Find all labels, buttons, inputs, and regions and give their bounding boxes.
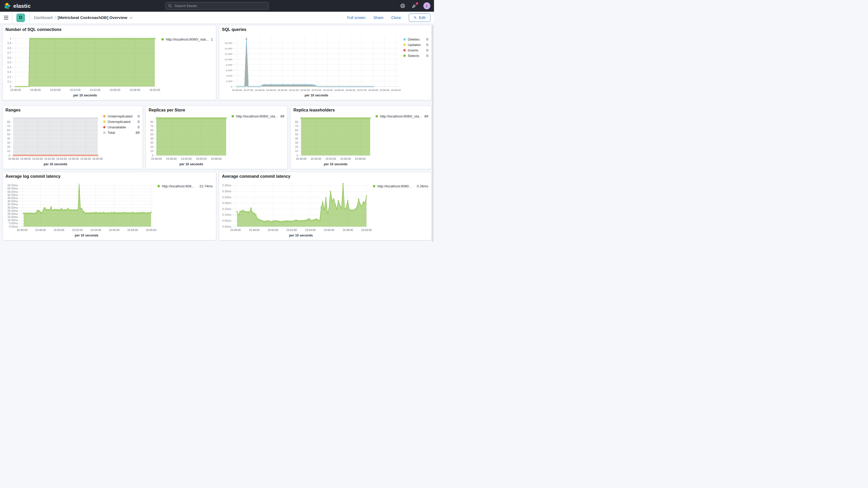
svg-text:0.1: 0.1: [7, 80, 11, 83]
series-color-dot: [103, 126, 105, 128]
series-label: Deletes: [408, 37, 420, 41]
edit-button-label: Edit: [419, 16, 426, 20]
legend-item[interactable]: http://localhost:8080/_sta...89: [375, 114, 429, 119]
series-value: 0: [426, 37, 429, 41]
svg-text:20: 20: [7, 145, 10, 148]
breadcrumb: Dashboard / [Metricbeat CockroachDB] Ove…: [34, 15, 133, 20]
svg-text:15:46:00: 15:46:00: [10, 88, 21, 91]
svg-text:15:54:00: 15:54:00: [90, 228, 101, 232]
svg-text:45.00ms: 45.00ms: [7, 196, 18, 200]
series-label: Inserts: [408, 48, 418, 52]
chart-number-of-sql-connections[interactable]: 15:46:0015:48:0015:50:0015:52:0015:54:00…: [5, 33, 214, 99]
chart-plot-area[interactable]: 15:46:0015:48:0015:50:0015:52:0015:54:00…: [5, 33, 159, 99]
svg-text:2,000: 2,000: [226, 80, 232, 83]
series-label: Selects: [408, 54, 419, 58]
search-input[interactable]: [174, 4, 266, 8]
svg-text:40: 40: [295, 137, 298, 140]
clone-button[interactable]: Clone: [391, 16, 401, 20]
chart-plot-area[interactable]: 15:46:0015:48:0015:50:0015:52:0015:54:00…: [221, 180, 371, 239]
series-value: 0: [426, 43, 429, 47]
chart-replicas-per-store[interactable]: 15:46:0015:49:0015:52:0015:55:0015:58:00…: [148, 114, 285, 168]
svg-text:10: 10: [7, 149, 10, 153]
notification-dot: [416, 2, 418, 5]
legend-item[interactable]: Total89: [103, 130, 141, 135]
legend-item[interactable]: Inserts0: [403, 48, 429, 53]
svg-text:15:52:00: 15:52:00: [286, 228, 297, 232]
series-value: 0: [426, 48, 429, 52]
svg-text:10: 10: [150, 149, 153, 153]
news-button[interactable]: [412, 3, 417, 8]
legend-item[interactable]: http://localhost:8080/_sta...89: [231, 114, 285, 119]
avatar-initial: r: [426, 4, 428, 8]
svg-text:15:48:00: 15:48:00: [255, 89, 265, 91]
svg-text:0.10ms: 0.10ms: [222, 213, 231, 216]
chart-replica-leaseholders[interactable]: 15:46:0015:49:0015:52:0015:55:0015:58:00…: [292, 114, 429, 168]
chart-legend: http://localhost:8080/_stat...1: [159, 33, 214, 99]
chart-legend: http://localhost:8080/_sta...89: [229, 114, 285, 168]
legend-item[interactable]: Underreplicated0: [103, 114, 141, 119]
page-title[interactable]: [Metricbeat CockroachDB] Overview: [58, 15, 127, 20]
svg-text:15:54:00: 15:54:00: [305, 228, 316, 232]
svg-text:0.00ms: 0.00ms: [222, 225, 231, 228]
page-scrollbar[interactable]: [432, 25, 433, 242]
svg-text:20.00ms: 20.00ms: [7, 212, 18, 215]
chart-plot-area[interactable]: 15:46:0015:47:0015:48:0015:49:0015:50:00…: [221, 33, 401, 99]
chart-plot-area[interactable]: 15:46:0015:48:0015:50:0015:52:0015:54:00…: [5, 180, 155, 239]
svg-text:15:48:00: 15:48:00: [20, 157, 31, 160]
panel-replicas-per-store: Replicas per Store 15:46:0015:49:0015:52…: [146, 105, 288, 169]
breadcrumb-separator: /: [55, 16, 56, 20]
svg-text:15:49:00: 15:49:00: [266, 89, 276, 91]
avatar[interactable]: r: [423, 2, 430, 9]
svg-text:14,000: 14,000: [224, 47, 232, 50]
legend-item[interactable]: http://localhost:808...22.74ms: [157, 183, 214, 189]
legend-item[interactable]: Updates0: [403, 42, 429, 48]
help-button[interactable]: [400, 3, 405, 8]
chart-plot-area[interactable]: 15:46:0015:48:0015:50:0015:52:0015:54:00…: [5, 114, 101, 168]
help-icon: [400, 3, 405, 8]
elastic-logo[interactable]: elastic: [4, 2, 31, 10]
svg-text:5.00ms: 5.00ms: [9, 222, 18, 225]
svg-text:15:46:00: 15:46:00: [232, 89, 242, 91]
series-label: Unavailable: [107, 125, 126, 129]
svg-text:0.8: 0.8: [7, 47, 11, 50]
svg-text:60: 60: [7, 129, 10, 132]
full-screen-button[interactable]: Full screen: [347, 16, 366, 20]
svg-text:15:46:00: 15:46:00: [17, 228, 27, 232]
svg-text:40: 40: [150, 137, 153, 140]
chart-average-command-commit-latency[interactable]: 15:46:0015:48:0015:50:0015:52:0015:54:00…: [221, 180, 429, 239]
svg-text:0: 0: [8, 154, 10, 157]
svg-text:12,000: 12,000: [224, 53, 232, 55]
chart-average-log-commit-latency[interactable]: 15:46:0015:48:0015:50:0015:52:0015:54:00…: [5, 180, 214, 239]
legend-item[interactable]: Deletes0: [403, 37, 429, 42]
chart-ranges[interactable]: 15:46:0015:48:0015:50:0015:52:0015:54:00…: [5, 114, 141, 168]
svg-text:15:58:00: 15:58:00: [129, 88, 140, 91]
svg-text:0.00ms: 0.00ms: [9, 225, 18, 228]
panel-ranges: Ranges 15:46:0015:48:0015:50:0015:52:001…: [2, 105, 143, 169]
chart-plot-area[interactable]: 15:46:0015:49:0015:52:0015:55:0015:58:00…: [292, 114, 373, 168]
chart-sql-queries[interactable]: 15:46:0015:47:0015:48:0015:49:0015:50:00…: [221, 33, 429, 99]
svg-text:0.05ms: 0.05ms: [222, 219, 231, 222]
svg-text:6,000: 6,000: [226, 69, 232, 72]
svg-text:8,000: 8,000: [226, 63, 232, 66]
legend-item[interactable]: http://localhost:8080/_stat...1: [161, 37, 214, 42]
series-color-dot: [375, 115, 378, 118]
chart-legend: http://localhost:8080/_sta...89: [373, 114, 429, 168]
panel-title: Replica leaseholders: [293, 108, 335, 113]
brand-wordmark: elastic: [13, 3, 31, 9]
share-button[interactable]: Share: [373, 16, 383, 20]
legend-item[interactable]: Unavailable0: [103, 124, 141, 130]
legend-item[interactable]: Selects0: [403, 53, 429, 58]
chevron-down-icon[interactable]: [129, 16, 133, 20]
svg-text:0.15ms: 0.15ms: [222, 207, 231, 211]
global-search-bar[interactable]: [165, 2, 269, 10]
legend-item[interactable]: Overreplicated0: [103, 119, 141, 124]
svg-text:15:46:00: 15:46:00: [230, 228, 241, 232]
menu-button[interactable]: [0, 12, 12, 24]
svg-text:per 10 seconds: per 10 seconds: [44, 162, 67, 166]
space-badge[interactable]: D: [17, 13, 25, 22]
legend-item[interactable]: http://localhost:8080...0.26ms: [373, 183, 429, 189]
edit-button[interactable]: ✎ Edit: [409, 13, 430, 22]
chart-plot-area[interactable]: 15:46:0015:49:0015:52:0015:55:0015:58:00…: [148, 114, 229, 168]
svg-text:16:00:00: 16:00:00: [391, 89, 401, 91]
breadcrumb-dashboard-link[interactable]: Dashboard: [34, 16, 53, 20]
